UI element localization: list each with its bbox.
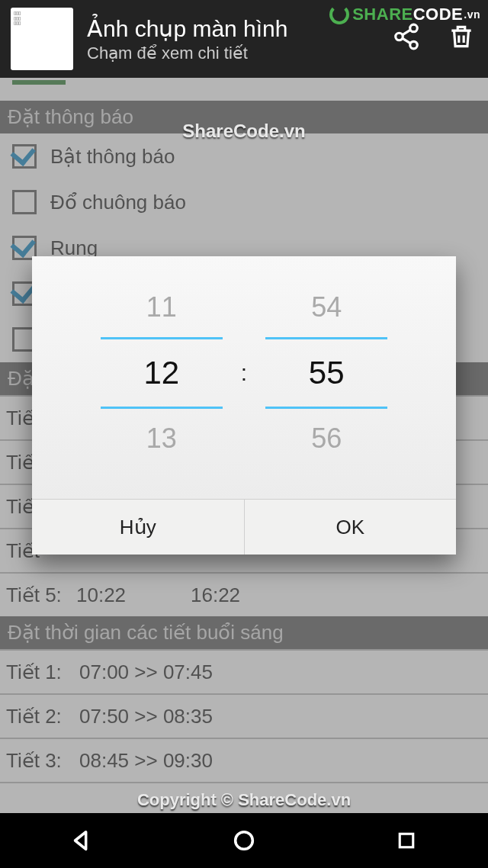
period-label: Tiết 2: xyxy=(6,705,79,728)
hour-current[interactable]: 12 xyxy=(101,337,223,409)
recent-apps-button[interactable] xyxy=(389,823,424,858)
period-row[interactable]: Tiết 1: 07:00 >> 07:45 xyxy=(0,649,488,693)
svg-point-0 xyxy=(410,24,418,32)
back-button[interactable] xyxy=(64,823,99,858)
watermark-footer: Copyright © ShareCode.vn xyxy=(0,790,488,810)
share-icon[interactable] xyxy=(390,21,422,53)
checkbox-icon[interactable] xyxy=(12,144,37,169)
option-label: Đổ chuông báo xyxy=(50,191,186,214)
period-time-1: 10:22 xyxy=(76,583,191,607)
watermark-center: ShareCode.vn xyxy=(0,121,488,142)
trash-icon[interactable] xyxy=(445,21,477,53)
hour-column[interactable]: 11 12 13 xyxy=(101,278,223,468)
checkbox-icon[interactable] xyxy=(12,190,37,214)
period-range: 08:45 >> 09:30 xyxy=(79,749,213,773)
svg-point-3 xyxy=(236,832,253,850)
period-label: Tiết 1: xyxy=(6,661,79,684)
minute-current[interactable]: 55 xyxy=(265,337,387,409)
cancel-button[interactable]: Hủy xyxy=(32,500,245,555)
spinner-icon xyxy=(329,5,349,24)
minute-column[interactable]: 54 55 56 xyxy=(265,278,387,468)
screenshot-thumbnail[interactable]: ▯▯▯▯▯▯▯▯▯ xyxy=(11,8,73,70)
option-label: Bật thông báo xyxy=(50,145,175,169)
svg-point-1 xyxy=(396,33,403,40)
time-picker-dialog: 11 12 13 : 54 55 56 Hủy OK xyxy=(32,256,456,555)
hour-prev[interactable]: 11 xyxy=(101,278,223,337)
home-button[interactable] xyxy=(226,823,262,858)
minute-prev[interactable]: 54 xyxy=(265,278,387,337)
svg-rect-4 xyxy=(400,834,414,847)
accent-underline xyxy=(12,80,66,85)
time-colon: : xyxy=(241,360,247,386)
period-label: Tiết 3: xyxy=(6,749,79,773)
period-range: 07:50 >> 08:35 xyxy=(79,705,213,728)
hour-next[interactable]: 13 xyxy=(101,409,223,468)
section-header-morning: Đặt thời gian các tiết buổi sáng xyxy=(0,616,488,649)
android-nav-bar xyxy=(0,813,488,868)
period-row[interactable]: Tiết 2: 07:50 >> 08:35 xyxy=(0,693,488,738)
ok-button[interactable]: OK xyxy=(245,500,457,555)
period-label: Tiết 5: xyxy=(6,583,76,607)
period-time-2: 16:22 xyxy=(191,583,240,607)
period-row-5[interactable]: Tiết 5: 10:22 16:22 xyxy=(0,572,488,616)
period-range: 07:00 >> 07:45 xyxy=(79,661,213,684)
notification-subtitle: Chạm để xem chi tiết xyxy=(87,43,381,63)
option-ring[interactable]: Đổ chuông báo xyxy=(0,179,488,225)
minute-next[interactable]: 56 xyxy=(265,409,387,468)
svg-point-2 xyxy=(410,41,418,48)
watermark-logo: SHARECODE.vn xyxy=(329,5,480,24)
period-row[interactable]: Tiết 3: 08:45 >> 09:30 xyxy=(0,738,488,782)
